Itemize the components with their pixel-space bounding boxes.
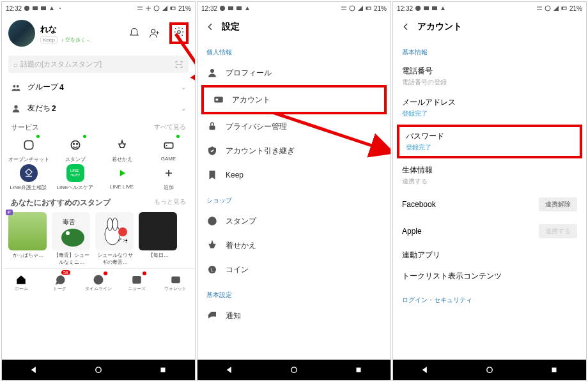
service-openchat[interactable]: オープンチャット	[6, 136, 51, 163]
more-link[interactable]: もっと見る	[154, 197, 186, 208]
svg-rect-33	[160, 368, 165, 372]
svg-text:L: L	[211, 267, 213, 273]
row-facebook[interactable]: Facebook連携解除	[393, 191, 586, 218]
tab-home[interactable]: ホーム	[2, 269, 40, 296]
menu-stamp[interactable]: スタンプ	[197, 209, 391, 233]
row-biometric[interactable]: 生体情報連携する	[393, 160, 586, 191]
svg-point-32	[96, 367, 101, 372]
account-header: アカウント	[393, 15, 586, 39]
section-login-security: ログイン・セキュリティ	[393, 287, 586, 309]
status-bar: 12:32 21%	[197, 2, 391, 15]
gear-icon[interactable]	[173, 26, 185, 38]
recent-button[interactable]	[159, 365, 167, 374]
svg-marker-61	[441, 6, 445, 10]
tab-news[interactable]: ニュース	[118, 269, 156, 296]
row-talklist[interactable]: トークリスト表示コンテンツ	[393, 266, 586, 287]
service-healthcare[interactable]: LINEﾍﾙｽｹｱLINEヘルスケア	[52, 164, 98, 191]
svg-point-12	[17, 85, 19, 88]
back-button[interactable]	[421, 365, 429, 374]
row-linked-apps[interactable]: 連動アプリ	[393, 245, 586, 266]
friends-row[interactable]: 友だち2 ⌄	[2, 98, 195, 119]
sticker-item[interactable]: ﾊﾟﾝﾁシュールなウサギの毒舌…	[95, 212, 135, 266]
svg-marker-3	[50, 6, 54, 10]
keep-badge[interactable]: Keep	[40, 36, 58, 43]
service-lawyer[interactable]: LINE弁護士相談	[6, 164, 51, 191]
home-button[interactable]	[94, 365, 103, 374]
android-navbar	[393, 360, 586, 380]
svg-rect-37	[228, 6, 233, 10]
svg-rect-2	[41, 6, 46, 10]
row-password-highlight[interactable]: パスワード登録完了	[397, 125, 582, 158]
svg-rect-1	[33, 6, 38, 10]
status-bar: 12:32 21%	[2, 2, 195, 15]
tab-timeline[interactable]: タイムライン	[79, 269, 118, 296]
tab-talk[interactable]: 58トーク	[40, 269, 79, 296]
svg-rect-68	[552, 368, 556, 372]
svg-point-21	[66, 231, 70, 235]
home-button[interactable]	[485, 365, 494, 374]
account-highlight: アカウント	[201, 85, 387, 114]
chevron-down-icon: ⌄	[181, 84, 186, 91]
svg-rect-59	[424, 6, 429, 10]
fb-unlink-button[interactable]: 連携解除	[539, 197, 577, 211]
section-basic-info: 基本情報	[393, 39, 586, 61]
back-button[interactable]	[225, 365, 234, 374]
service-live[interactable]: LINE LIVE	[99, 164, 144, 191]
svg-rect-65	[562, 7, 563, 10]
menu-coin[interactable]: Lコイン	[197, 257, 391, 282]
service-stamp[interactable]: スタンプ	[52, 136, 98, 163]
groups-row[interactable]: グループ4 ⌄	[2, 77, 195, 98]
sticker-item[interactable]: Pかっぱちゃ…	[8, 212, 48, 266]
username: れな	[40, 24, 91, 35]
back-icon[interactable]	[401, 22, 411, 32]
service-game[interactable]: GAME	[146, 136, 191, 163]
music-status[interactable]: ♪ 空を歩く -..	[61, 36, 92, 43]
menu-account[interactable]: アカウント	[204, 88, 384, 112]
section-shop: ショップ	[197, 187, 391, 209]
search-input[interactable]: ⌕ 話題の[カスタムスタンプ]	[8, 56, 189, 73]
menu-keep[interactable]: Keep	[197, 163, 391, 187]
svg-text:ﾊﾟﾝﾁ: ﾊﾟﾝﾁ	[118, 238, 128, 243]
svg-rect-38	[236, 6, 242, 10]
see-all-link[interactable]: すべて見る	[154, 123, 186, 132]
scan-icon[interactable]	[174, 60, 183, 69]
svg-text:毒舌: 毒舌	[63, 218, 75, 225]
recent-button[interactable]	[550, 365, 559, 374]
svg-point-48	[208, 217, 216, 225]
sticker-item[interactable]: 毒舌【毒舌】シュールなミニ…	[52, 212, 91, 266]
svg-point-17	[76, 144, 77, 145]
row-phone[interactable]: 電話番号電話番号の登録	[393, 61, 586, 92]
recent-button[interactable]	[354, 365, 363, 374]
apple-link-button[interactable]: 連携する	[539, 224, 577, 238]
avatar[interactable]	[8, 20, 35, 47]
sticker-item[interactable]: 【毎日…	[139, 212, 178, 266]
svg-rect-45	[214, 97, 223, 103]
svg-rect-8	[171, 7, 172, 10]
stickers-header: あなたにおすすめのスタンプ もっと見る	[2, 194, 195, 210]
svg-marker-41	[358, 6, 363, 11]
svg-point-24	[107, 218, 112, 231]
svg-marker-19	[120, 170, 125, 176]
bell-icon[interactable]	[128, 27, 140, 39]
back-icon[interactable]	[205, 22, 215, 32]
svg-point-44	[210, 69, 214, 73]
menu-privacy[interactable]: プライバシー管理	[197, 114, 391, 139]
tab-wallet[interactable]: ウォレット	[157, 269, 195, 296]
home-button[interactable]	[290, 365, 298, 374]
menu-profile[interactable]: プロフィール	[197, 61, 391, 85]
row-email[interactable]: メールアドレス登録完了	[393, 92, 586, 123]
svg-marker-39	[245, 6, 249, 10]
row-apple[interactable]: Apple連携する	[393, 218, 586, 245]
svg-point-67	[487, 367, 492, 372]
menu-theme[interactable]: 着せかえ	[197, 233, 391, 257]
service-add[interactable]: 追加	[146, 164, 191, 191]
add-friend-icon[interactable]	[149, 27, 160, 39]
status-bar: 12:32 21%	[393, 2, 586, 15]
svg-point-50	[213, 220, 215, 221]
chevron-down-icon: ⌄	[181, 105, 186, 112]
menu-notification[interactable]: 通知	[197, 303, 391, 328]
back-button[interactable]	[29, 365, 38, 374]
menu-transfer[interactable]: アカウント引き継ぎ	[197, 139, 391, 163]
service-theme[interactable]: 着せかえ	[99, 136, 144, 163]
svg-marker-6	[162, 6, 167, 11]
